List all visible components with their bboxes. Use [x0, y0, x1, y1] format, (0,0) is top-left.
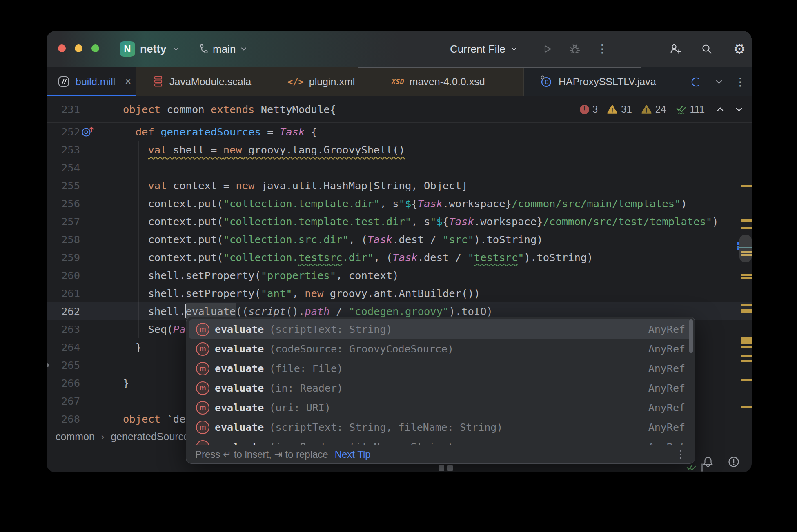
- code-line-252[interactable]: 252 def generatedSources = Task {: [47, 123, 752, 141]
- tab-build.mill[interactable]: build.mill✕: [47, 67, 136, 96]
- stripe-marker[interactable]: [741, 185, 752, 187]
- screen: N netty main Current File: [0, 0, 797, 532]
- code-line-253[interactable]: 253 val shell = new groovy.lang.GroovySh…: [47, 141, 752, 159]
- previous-problem-button[interactable]: [715, 104, 725, 114]
- stripe-marker[interactable]: [741, 227, 752, 229]
- run-configuration-selector[interactable]: Current File: [450, 31, 519, 67]
- method-icon: m: [196, 342, 209, 356]
- code-text: context.put("collection.template.dir", s…: [123, 195, 752, 213]
- stripe-marker[interactable]: [741, 355, 752, 357]
- project-widget[interactable]: N netty: [120, 31, 180, 67]
- scala-module-icon: [152, 75, 164, 88]
- kebab-icon[interactable]: ⋮: [675, 448, 686, 461]
- fatal-error-button[interactable]: [728, 456, 740, 468]
- zoom-window-button[interactable]: [91, 44, 99, 52]
- completion-return-type: AnyRef: [648, 382, 685, 394]
- code-line-256[interactable]: 256 context.put("collection.template.dir…: [47, 195, 752, 213]
- tab-label: JavaModule.scala: [169, 76, 251, 88]
- inspection-widget[interactable]: ! 3 31: [580, 96, 744, 122]
- tab-HAProxySSLTLV.java[interactable]: CHAProxySSLTLV.java: [524, 67, 687, 96]
- stripe-marker[interactable]: [741, 337, 752, 344]
- override-gutter-icon[interactable]: [81, 125, 95, 139]
- stripe-marker[interactable]: [741, 346, 752, 348]
- editor-scrollbar-thumb[interactable]: [739, 235, 752, 262]
- chevron-up-icon: [715, 104, 725, 114]
- tab-label: build.mill: [76, 76, 115, 88]
- tab-partial[interactable]: [690, 76, 699, 88]
- code-line-258[interactable]: 258 context.put("collection.src.dir", (T…: [47, 231, 752, 248]
- code-line-259[interactable]: 259 context.put("collection.testsrc.dir"…: [47, 248, 752, 266]
- errors-badge[interactable]: ! 3: [580, 104, 598, 115]
- error-icon: !: [580, 105, 589, 114]
- code-with-me-button[interactable]: [669, 42, 682, 55]
- line-number: 252: [47, 123, 80, 141]
- tab-scrollbar[interactable]: [358, 67, 641, 68]
- line-number: 231: [47, 96, 80, 122]
- warning-icon: [607, 104, 618, 115]
- tab-plugin.xml[interactable]: </>plugin.xml: [272, 67, 376, 96]
- run-button[interactable]: [541, 42, 554, 55]
- notifications-button[interactable]: [701, 455, 715, 468]
- stripe-marker[interactable]: [741, 277, 752, 279]
- method-icon: m: [196, 421, 209, 434]
- kebab-icon: ⋮: [735, 76, 746, 88]
- settings-button[interactable]: ⚙: [733, 42, 746, 55]
- weak-warnings-badge[interactable]: 24: [641, 104, 666, 115]
- mill-file-icon: [57, 75, 70, 88]
- run-configuration-name: Current File: [450, 43, 505, 55]
- line-number: 266: [47, 374, 80, 392]
- stripe-marker[interactable]: [741, 274, 752, 276]
- completion-item[interactable]: mevaluate(in: Reader, fileName: String)A…: [189, 437, 692, 445]
- tab-options-button[interactable]: ⋮: [734, 76, 746, 88]
- completion-item[interactable]: mevaluate(in: Reader)AnyRef: [189, 378, 692, 398]
- tab-JavaModule.scala[interactable]: JavaModule.scala: [136, 67, 272, 96]
- close-tab-icon[interactable]: ✕: [125, 77, 131, 86]
- minimize-window-button[interactable]: [75, 44, 82, 52]
- code-line-260[interactable]: 260 shell.setProperty("properties", cont…: [47, 266, 752, 284]
- completion-params: (scriptText: String, fileName: String): [269, 421, 503, 433]
- stripe-marker[interactable]: [741, 379, 752, 381]
- indent-guide: [138, 141, 139, 338]
- stripe-marker[interactable]: [741, 406, 752, 408]
- completion-hint: Press ↵ to insert, ⇥ to replace: [195, 449, 328, 460]
- code-line-257[interactable]: 257 context.put("collection.template.tes…: [47, 213, 752, 231]
- passed-checks-badge[interactable]: 111: [675, 104, 705, 115]
- completion-item[interactable]: mevaluate(file: File)AnyRef: [189, 359, 692, 378]
- completion-params: (file: File): [269, 363, 343, 375]
- completion-return-type: AnyRef: [648, 363, 685, 375]
- breadcrumb-item-common[interactable]: common: [56, 431, 95, 443]
- stripe-marker[interactable]: [741, 219, 752, 222]
- branch-widget[interactable]: main: [198, 31, 248, 67]
- breadcrumb-item-generatedSources[interactable]: generatedSources: [111, 431, 194, 443]
- play-icon: [541, 43, 553, 55]
- java-class-icon: [690, 76, 699, 87]
- tab-maven-4.0.0.xsd[interactable]: XSDmaven-4.0.0.xsd: [376, 67, 524, 96]
- completion-item[interactable]: mevaluate(codeSource: GroovyCodeSource)A…: [189, 339, 692, 359]
- stripe-marker[interactable]: [741, 309, 752, 313]
- line-number: 264: [47, 338, 80, 356]
- debug-button[interactable]: [568, 42, 581, 55]
- show-hidden-tabs-button[interactable]: [713, 76, 725, 88]
- warnings-badge[interactable]: 31: [607, 104, 632, 115]
- code-line-261[interactable]: 261 shell.setProperty("ant", new groovy.…: [47, 284, 752, 302]
- search-everywhere-button[interactable]: [700, 42, 713, 55]
- popup-scrollbar[interactable]: [689, 319, 693, 353]
- more-actions-button[interactable]: ⋮: [597, 42, 608, 55]
- next-tip-link[interactable]: Next Tip: [335, 449, 371, 460]
- stripe-marker[interactable]: [741, 360, 752, 362]
- status-peek: [439, 465, 444, 471]
- completion-return-type: AnyRef: [648, 402, 685, 414]
- xml-file-icon: </>: [287, 77, 304, 87]
- ide-window: N netty main Current File: [47, 31, 752, 472]
- close-window-button[interactable]: [58, 44, 66, 52]
- completion-item[interactable]: mevaluate(scriptText: String, fileName: …: [189, 417, 692, 437]
- code-line-254[interactable]: 254: [47, 159, 752, 177]
- code-line-255[interactable]: 255 val context = new java.util.HashMap[…: [47, 177, 752, 195]
- completion-item[interactable]: mevaluate(uri: URI)AnyRef: [189, 398, 692, 417]
- next-problem-button[interactable]: [734, 104, 744, 114]
- project-initial: N: [124, 43, 131, 55]
- completion-params: (codeSource: GroovyCodeSource): [269, 343, 454, 355]
- chevron-down-icon: [239, 44, 248, 53]
- completion-item[interactable]: mevaluate(scriptText: String)AnyRef: [189, 319, 692, 339]
- stripe-marker[interactable]: [741, 304, 752, 306]
